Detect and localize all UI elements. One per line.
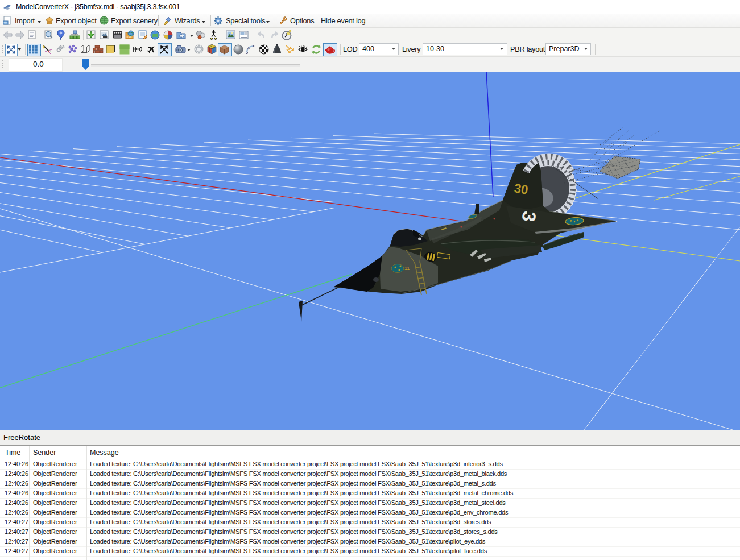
svg-text:XML: XML	[126, 35, 133, 39]
svg-text:30: 30	[513, 181, 529, 197]
svg-text:11: 11	[404, 266, 410, 271]
